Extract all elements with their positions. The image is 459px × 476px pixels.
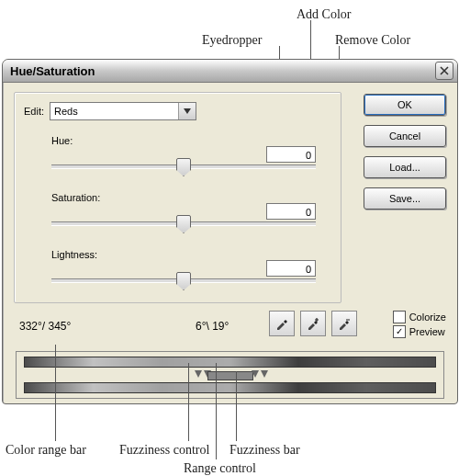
callout-line [55, 345, 56, 441]
callout-line [236, 371, 237, 441]
edit-label: Edit: [24, 106, 44, 117]
dialog-title: Hue/Saturation [10, 64, 435, 78]
preview-checkbox[interactable]: ✓ [393, 325, 406, 338]
lightness-slider-track[interactable] [51, 278, 316, 283]
preview-checkbox-row[interactable]: ✓ Preview [393, 325, 446, 338]
fuzziness-handle-left-outer[interactable] [195, 370, 202, 378]
hue-slider-track[interactable] [51, 164, 316, 169]
titlebar[interactable]: Hue/Saturation [3, 60, 457, 83]
save-button[interactable]: Save... [364, 187, 446, 210]
colorize-checkbox[interactable] [393, 311, 406, 323]
edit-group: Edit: Reds Hue: 0 Saturatio [14, 92, 341, 303]
chevron-down-icon [178, 103, 196, 119]
range-bar[interactable] [207, 371, 253, 380]
lightness-label: Lightness: [51, 249, 97, 260]
hue-value[interactable]: 0 [266, 146, 316, 163]
fuzziness-bar[interactable] [24, 382, 436, 393]
lightness-value[interactable]: 0 [266, 260, 316, 277]
saturation-label: Saturation: [51, 192, 100, 203]
saturation-value[interactable]: 0 [266, 203, 316, 220]
eyedropper-toolbar [269, 311, 357, 336]
callout-fuzziness-bar: Fuzziness bar [230, 443, 300, 458]
saturation-slider-thumb[interactable] [176, 215, 191, 233]
edit-dropdown-value: Reds [54, 106, 78, 117]
callout-fuzziness-control: Fuzziness control [119, 443, 209, 458]
callout-range-control: Range control [184, 461, 256, 476]
range-control[interactable] [24, 368, 436, 381]
dialog-body: Edit: Reds Hue: 0 Saturatio [3, 83, 457, 404]
callout-remove-color: Remove Color [335, 33, 410, 48]
callout-line [188, 363, 189, 441]
color-range-bar[interactable] [24, 357, 436, 368]
edit-row: Edit: Reds [24, 102, 196, 120]
callout-eyedropper: Eyedropper [202, 33, 262, 48]
eyedropper-button[interactable] [269, 311, 295, 336]
fuzziness-handle-right-outer[interactable] [261, 370, 268, 378]
range-handle-right[interactable] [252, 370, 259, 378]
lightness-slider-thumb[interactable] [176, 272, 191, 290]
hue-slider-thumb[interactable] [176, 158, 191, 176]
cancel-button[interactable]: Cancel [364, 125, 446, 147]
add-color-button[interactable] [300, 311, 326, 336]
ok-button[interactable]: OK [364, 94, 446, 116]
hue-saturation-dialog: Hue/Saturation Edit: Reds Hue: 0 [2, 59, 458, 404]
button-stack: OK Cancel Load... Save... [364, 94, 446, 210]
remove-color-button[interactable] [331, 311, 357, 336]
callout-color-range-bar: Color range bar [6, 443, 86, 458]
saturation-slider-track[interactable] [51, 221, 316, 226]
eyedropper-minus-icon [337, 316, 352, 331]
colorize-checkbox-row[interactable]: Colorize [393, 311, 446, 323]
spectrum-panel [16, 351, 444, 399]
callout-line [216, 363, 217, 459]
close-button[interactable] [435, 62, 453, 80]
checkbox-group: Colorize ✓ Preview [393, 311, 446, 340]
range-degrees-left: 332°/ 345° [19, 320, 71, 333]
range-degrees-right: 6°\ 19° [196, 320, 229, 333]
edit-dropdown[interactable]: Reds [50, 102, 196, 120]
hue-label: Hue: [51, 135, 73, 146]
eyedropper-plus-icon [306, 316, 320, 331]
callout-add-color: Add Color [297, 7, 352, 22]
eyedropper-icon [274, 316, 289, 331]
colorize-label: Colorize [409, 312, 446, 323]
preview-label: Preview [409, 326, 445, 337]
load-button[interactable]: Load... [364, 156, 446, 178]
close-icon [440, 66, 449, 75]
